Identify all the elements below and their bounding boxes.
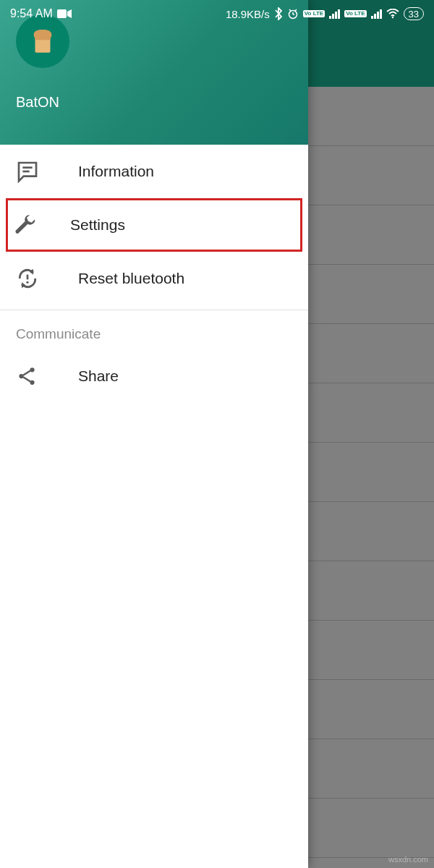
wifi-icon: [386, 9, 399, 19]
drawer-item-label: Share: [78, 367, 119, 385]
toast-icon: [27, 26, 58, 56]
drawer-item-label: Information: [78, 163, 154, 180]
alarm-icon: [287, 8, 299, 20]
svg-rect-9: [57, 9, 67, 18]
drawer-item-label: Reset bluetooth: [78, 270, 184, 287]
share-icon: [16, 365, 38, 387]
drawer-item-label: Settings: [70, 216, 125, 234]
svg-line-8: [23, 377, 30, 381]
watermark: wsxdn.com: [388, 855, 428, 864]
svg-point-15: [391, 17, 393, 18]
svg-line-7: [23, 371, 30, 375]
video-camera-icon: [57, 9, 72, 19]
volte-badge: Vo LTE: [303, 10, 325, 17]
battery-percent: 33: [409, 9, 419, 20]
svg-line-14: [295, 9, 297, 11]
reset-icon: [16, 267, 39, 290]
volte-badge: Vo LTE: [344, 10, 366, 17]
svg-point-3: [26, 281, 28, 284]
app-name: BatON: [16, 94, 292, 111]
status-data-rate: 18.9KB/s: [226, 8, 270, 20]
chat-icon: [16, 160, 39, 183]
battery-indicator: 33: [404, 7, 424, 20]
svg-line-13: [289, 9, 291, 11]
status-bar: 9:54 AM 18.9KB/s Vo LTE Vo LTE 33: [0, 0, 434, 27]
signal-icon: [329, 9, 340, 19]
signal-icon: [371, 9, 382, 19]
drawer-item-settings[interactable]: Settings: [6, 198, 302, 252]
navigation-drawer: BatON Information Settings: [0, 0, 308, 868]
section-header-communicate: Communicate: [0, 310, 308, 349]
drawer-item-reset-bluetooth[interactable]: Reset bluetooth: [0, 252, 308, 305]
bluetooth-icon: [274, 7, 283, 20]
status-time: 9:54 AM: [10, 7, 53, 20]
drawer-item-share[interactable]: Share: [0, 349, 308, 403]
drawer-item-information[interactable]: Information: [0, 145, 308, 198]
wrench-icon: [14, 213, 37, 237]
